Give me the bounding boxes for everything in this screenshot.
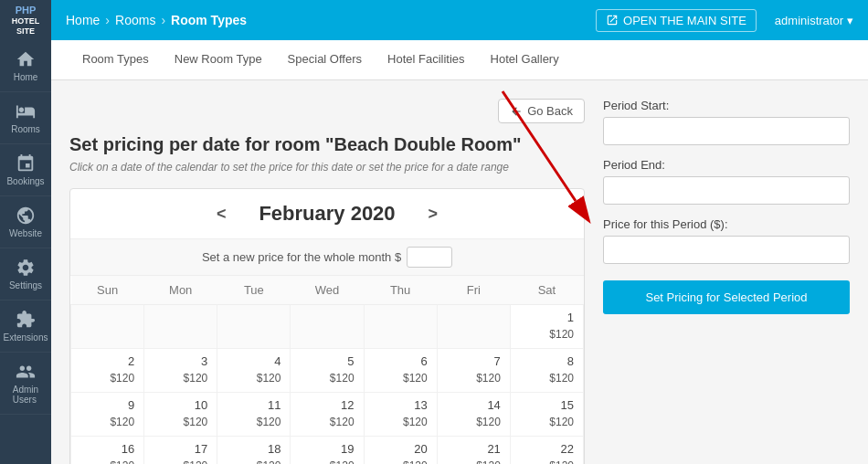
- page-title: Set pricing per date for room "Beach Dou…: [69, 134, 585, 155]
- sidebar-item-settings[interactable]: Settings: [0, 248, 51, 301]
- breadcrumb-home[interactable]: Home: [66, 13, 100, 27]
- right-panel: Period Start: Period End: Price for this…: [603, 99, 850, 446]
- subnav-hotel-gallery[interactable]: Hotel Gallery: [478, 41, 572, 79]
- calendar-cell[interactable]: 4$120: [217, 349, 291, 393]
- calendar-day-price: $120: [520, 328, 574, 341]
- calendar-day-number: 4: [274, 354, 281, 368]
- calendar-cell[interactable]: 22$120: [510, 437, 583, 465]
- open-site-label: OPEN THE MAIN SITE: [623, 14, 746, 27]
- calendar-day-price: $120: [227, 459, 281, 464]
- calendar-day-number: 12: [341, 398, 354, 412]
- calendar-cell[interactable]: 17$120: [144, 437, 217, 465]
- rooms-icon: [16, 101, 36, 121]
- sidebar-rooms-label: Rooms: [11, 124, 40, 134]
- calendar-cell[interactable]: 5$120: [291, 349, 364, 393]
- go-back-button[interactable]: Go Back: [498, 99, 585, 123]
- subnav-hotel-facilities[interactable]: Hotel Facilities: [375, 41, 478, 79]
- calendar-day-number: 19: [341, 442, 354, 456]
- month-price-input[interactable]: [407, 247, 452, 268]
- calendar-day-price: $120: [153, 372, 207, 385]
- home-icon: [16, 49, 36, 69]
- calendar-cell[interactable]: 3$120: [144, 349, 217, 393]
- calendar-cell[interactable]: 1$120: [510, 305, 583, 349]
- external-link-icon: [606, 14, 619, 26]
- calendar-day-header: Mon: [144, 276, 217, 305]
- sidebar-item-admin-users[interactable]: AdminUsers: [0, 353, 51, 415]
- calendar-cell[interactable]: 6$120: [364, 349, 437, 393]
- calendar-month-title: February 2020: [259, 202, 395, 226]
- calendar-day-header: Sat: [510, 276, 583, 305]
- logo-php: PHP: [16, 5, 37, 16]
- sidebar-home-label: Home: [14, 72, 38, 82]
- sidebar-settings-label: Settings: [9, 280, 42, 290]
- calendar-cell[interactable]: 8$120: [510, 349, 583, 393]
- calendar-cell[interactable]: 9$120: [71, 393, 144, 437]
- calendar-cell[interactable]: 18$120: [217, 437, 291, 465]
- settings-icon: [16, 258, 36, 278]
- sidebar-admin-label: AdminUsers: [13, 385, 38, 405]
- sidebar-website-label: Website: [9, 228, 42, 238]
- open-main-site-button[interactable]: OPEN THE MAIN SITE: [596, 9, 757, 32]
- calendar-day-header: Fri: [437, 276, 510, 305]
- calendar-cell[interactable]: 12$120: [291, 393, 364, 437]
- sub-nav: Room Types New Room Type Special Offers …: [51, 40, 868, 80]
- calendar-day-price: $120: [300, 459, 354, 464]
- calendar-day-number: 13: [414, 398, 427, 412]
- admin-user-menu[interactable]: administrator ▾: [775, 14, 853, 27]
- calendar-day-price: $120: [374, 459, 428, 464]
- calendar-day-price: $120: [80, 416, 134, 428]
- breadcrumb-current: Room Types: [171, 13, 247, 27]
- calendar-day-price: $120: [374, 372, 428, 385]
- calendar-cell[interactable]: 14$120: [437, 393, 510, 437]
- calendar-cell: [364, 305, 437, 349]
- calendar-day-price: $120: [80, 372, 134, 385]
- calendar-cell[interactable]: 2$120: [71, 349, 144, 393]
- calendar-cell: [437, 305, 510, 349]
- logo: PHP HOTEL SITE: [0, 0, 51, 40]
- subnav-special-offers[interactable]: Special Offers: [275, 41, 375, 79]
- price-input[interactable]: [603, 236, 850, 264]
- calendar-cell[interactable]: 15$120: [510, 393, 583, 437]
- calendar-day-price: $120: [374, 416, 428, 428]
- sidebar-item-extensions[interactable]: Extensions: [0, 301, 51, 353]
- sidebar-item-home[interactable]: Home: [0, 40, 51, 92]
- price-group: Price for this Period ($):: [603, 217, 850, 264]
- subnav-room-types[interactable]: Room Types: [69, 41, 162, 79]
- calendar-day-number: 11: [268, 398, 281, 412]
- sidebar-item-website[interactable]: Website: [0, 196, 51, 248]
- sidebar-item-bookings[interactable]: Bookings: [0, 144, 51, 196]
- calendar-cell[interactable]: 21$120: [437, 437, 510, 465]
- calendar-next-button[interactable]: >: [423, 205, 444, 224]
- chevron-down-icon: ▾: [847, 14, 853, 27]
- breadcrumb-rooms[interactable]: Rooms: [115, 13, 155, 27]
- calendar-cell: [217, 305, 291, 349]
- calendar-cell[interactable]: 16$120: [71, 437, 144, 465]
- go-back-row: Go Back: [69, 99, 585, 123]
- calendar-day-number: 17: [195, 442, 207, 456]
- calendar-cell: [291, 305, 364, 349]
- period-start-input[interactable]: [603, 117, 850, 145]
- calendar-day-number: 9: [128, 398, 134, 412]
- calendar-day-number: 6: [420, 354, 427, 368]
- go-back-icon: [510, 105, 523, 118]
- calendar-cell: [71, 305, 144, 349]
- calendar-cell[interactable]: 11$120: [217, 393, 291, 437]
- calendar-cell[interactable]: 10$120: [144, 393, 217, 437]
- period-end-label: Period End:: [603, 158, 850, 172]
- calendar-grid: SunMonTueWedThuFriSat 1$1202$1203$1204$1…: [70, 276, 584, 464]
- calendar-day-price: $120: [447, 372, 501, 385]
- calendar-cell[interactable]: 19$120: [291, 437, 364, 465]
- calendar-cell[interactable]: 20$120: [364, 437, 437, 465]
- month-price-label: Set a new price for the whole month $: [202, 250, 401, 264]
- calendar-cell[interactable]: 7$120: [437, 349, 510, 393]
- breadcrumb-sep2: ›: [161, 13, 165, 27]
- calendar-cell[interactable]: 13$120: [364, 393, 437, 437]
- period-end-input[interactable]: [603, 176, 850, 205]
- subnav-new-room-type[interactable]: New Room Type: [162, 41, 275, 79]
- calendar-prev-button[interactable]: <: [211, 205, 232, 224]
- set-pricing-button[interactable]: Set Pricing for Selected Period: [603, 280, 850, 314]
- sidebar-item-rooms[interactable]: Rooms: [0, 92, 51, 144]
- calendar-day-number: 5: [347, 354, 354, 368]
- page-subtitle: Click on a date of the calendar to set t…: [69, 161, 585, 174]
- calendar-day-number: 21: [487, 442, 500, 456]
